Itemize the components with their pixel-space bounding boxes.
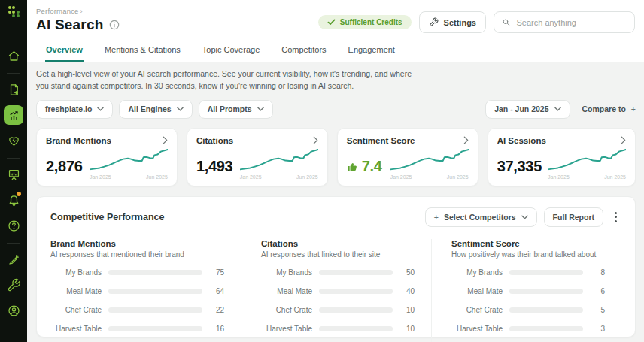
- sidebar-divider: [7, 158, 20, 159]
- check-icon: [327, 19, 336, 26]
- card-title: AI Sessions: [497, 136, 546, 145]
- card-title: Sentiment Score: [347, 136, 415, 145]
- notification-badge: [17, 192, 21, 196]
- bar-value: 6: [590, 287, 605, 295]
- tab-engagement[interactable]: Engagement: [348, 41, 396, 62]
- bar-value: 64: [209, 287, 224, 295]
- bar-value: 40: [399, 287, 415, 295]
- bar-row: Harvest Table 10: [261, 325, 415, 333]
- bar-track: [108, 270, 202, 275]
- plus-icon: +: [434, 213, 439, 222]
- health-heart-icon[interactable]: [4, 131, 23, 150]
- settings-button[interactable]: Settings: [419, 11, 486, 33]
- info-icon[interactable]: [109, 20, 120, 30]
- help-icon[interactable]: [4, 216, 23, 235]
- spark-start-label: Jan 2025: [548, 174, 570, 180]
- performance-chart-icon[interactable]: [4, 105, 23, 125]
- prompts-filter[interactable]: All Prompts: [199, 100, 273, 119]
- chevron-right-icon[interactable]: [313, 136, 318, 144]
- spark-end-label: Jun 2025: [296, 174, 318, 180]
- global-search[interactable]: [494, 11, 635, 33]
- chevron-down-icon: [554, 107, 561, 111]
- date-range-filter[interactable]: Jan - Jun 2025: [485, 100, 570, 119]
- chevron-right-icon[interactable]: [463, 136, 469, 144]
- credits-badge-label: Sufficient Credits: [340, 18, 402, 26]
- engines-filter-value: All Engines: [128, 104, 171, 113]
- citations-column: Citations AI responses that linked to th…: [241, 239, 431, 342]
- plus-icon: +: [631, 104, 636, 113]
- compare-to-button[interactable]: Compare to +: [582, 104, 636, 113]
- chevron-down-icon: [257, 107, 264, 111]
- ai-sessions-card[interactable]: AI Sessions 37,335 Jan 2025Jun 2025: [488, 128, 636, 186]
- account-icon[interactable]: [4, 301, 23, 320]
- bar-label: Chef Crate: [451, 306, 503, 314]
- tab-topic-coverage[interactable]: Topic Coverage: [202, 41, 260, 62]
- more-options-icon[interactable]: [610, 209, 621, 225]
- chevron-down-icon: [521, 215, 528, 219]
- sparkline-chart: Jan 2025Jun 2025: [548, 148, 626, 180]
- chevron-down-icon: [97, 107, 104, 111]
- sentiment-score-card[interactable]: Sentiment Score 7.4 Jan 2025Jun 2025: [337, 128, 478, 186]
- bar-value: 5: [590, 306, 605, 314]
- spark-end-label: Jun 2025: [604, 174, 626, 180]
- select-competitors-button[interactable]: + Select Competitors: [425, 207, 537, 227]
- bar-label: My Brands: [451, 268, 503, 277]
- card-value: 1,493: [196, 158, 233, 180]
- competitive-performance-card: Competitive Performance + Select Competi…: [36, 196, 636, 337]
- bar-row: Chef Crate 10: [261, 306, 415, 314]
- column-subtitle: AI responses that linked to their site: [261, 250, 415, 259]
- full-report-button[interactable]: Full Report: [544, 207, 603, 227]
- chevron-right-icon[interactable]: [163, 136, 168, 144]
- tab-bar: Overview Mentions & Citations Topic Cove…: [36, 41, 635, 62]
- column-title: Brand Mentions: [50, 239, 224, 248]
- notifications-bell-icon[interactable]: [4, 190, 23, 210]
- tab-overview[interactable]: Overview: [45, 41, 84, 62]
- tools-wrench-icon[interactable]: [4, 275, 23, 295]
- carrot-icon[interactable]: [4, 250, 23, 269]
- bar-label: Chef Crate: [50, 306, 102, 314]
- app-window: Performance› AI Search Sufficient Credit…: [0, 0, 644, 342]
- bar-value: 10: [399, 306, 415, 314]
- sparkline-chart: Jan 2025Jun 2025: [390, 148, 469, 180]
- bar-label: Meal Mate: [261, 287, 312, 295]
- engines-filter[interactable]: All Engines: [119, 100, 192, 119]
- bar-label: Harvest Table: [50, 325, 102, 333]
- bar-row: Chef Crate 5: [451, 306, 605, 314]
- brand-mentions-card[interactable]: Brand Mentions 2,876 Jan 2025Jun 2025: [36, 128, 178, 186]
- home-icon[interactable]: [4, 46, 23, 65]
- card-title: Brand Mentions: [46, 136, 111, 145]
- chevron-right-icon[interactable]: [621, 136, 626, 144]
- bar-value: 22: [209, 306, 224, 314]
- bar-row: My Brands 75: [50, 268, 224, 277]
- prompts-file-icon[interactable]: [4, 80, 23, 99]
- tab-mentions-citations[interactable]: Mentions & Citations: [104, 41, 181, 62]
- citations-card[interactable]: Citations 1,493 Jan 2025Jun 2025: [187, 128, 328, 186]
- sidebar: [0, 0, 27, 342]
- bar-track: [509, 270, 583, 275]
- brand-filter[interactable]: freshplate.io: [36, 100, 113, 119]
- bar-track: [108, 289, 202, 294]
- bar-track: [319, 270, 393, 275]
- bar-label: Meal Mate: [50, 287, 102, 295]
- page-header: Performance› AI Search Sufficient Credit…: [27, 0, 644, 62]
- header-left: Performance› AI Search: [36, 7, 120, 33]
- bar-row: Meal Mate 40: [261, 287, 415, 295]
- thumbs-up-icon: [347, 161, 358, 172]
- sentiment-score-column: Sentiment Score How positively was their…: [431, 239, 621, 342]
- settings-button-label: Settings: [444, 18, 476, 27]
- reports-board-icon[interactable]: [4, 165, 23, 184]
- breadcrumb[interactable]: Performance›: [36, 7, 120, 15]
- page-title: AI Search: [36, 17, 103, 33]
- search-input[interactable]: [516, 18, 627, 27]
- main-area: Performance› AI Search Sufficient Credit…: [27, 0, 644, 342]
- bar-label: My Brands: [50, 268, 102, 277]
- app-logo-icon[interactable]: [8, 6, 20, 17]
- bar-track: [509, 307, 583, 313]
- column-title: Sentiment Score: [451, 239, 605, 248]
- search-icon: [502, 17, 510, 27]
- tab-competitors[interactable]: Competitors: [281, 41, 327, 62]
- bar-value: 16: [209, 325, 224, 333]
- bar-label: Chef Crate: [261, 306, 312, 314]
- brand-mentions-column: Brand Mentions AI responses that mention…: [50, 239, 241, 342]
- bar-value: 75: [209, 268, 224, 277]
